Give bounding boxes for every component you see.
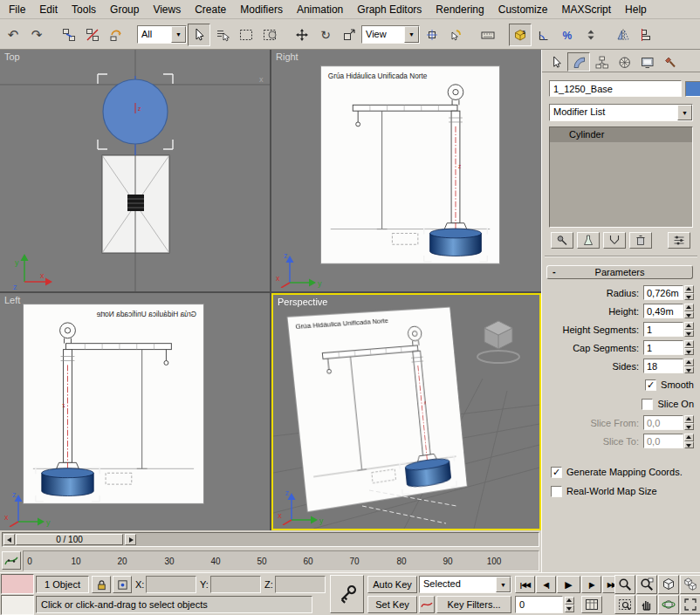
align-button[interactable] — [635, 24, 658, 46]
zoom-extents-all-button[interactable] — [680, 575, 700, 594]
menu-modifiers[interactable]: Modifiers — [233, 1, 290, 18]
select-and-rotate-button[interactable]: ↻ — [314, 24, 337, 46]
modifier-list-dropdown[interactable]: Modifier List ▼ — [549, 104, 693, 121]
min-max-toggle-button[interactable] — [680, 595, 700, 614]
angle-snap-toggle[interactable] — [532, 24, 555, 46]
top-viewport-canvas[interactable]: x z y x z — [0, 50, 270, 291]
zoom-all-button[interactable] — [636, 575, 657, 594]
time-slider-handle[interactable]: 0 / 100 — [16, 534, 123, 545]
generate-mapping-checkbox[interactable]: ✓ — [551, 467, 562, 478]
menu-maxscript[interactable]: MAXScript — [554, 1, 618, 18]
cap-segments-field[interactable] — [643, 340, 683, 355]
pin-stack-button[interactable] — [551, 232, 573, 249]
smooth-checkbox[interactable]: ✓ — [645, 379, 656, 391]
slice-from-spinner[interactable] — [684, 415, 694, 430]
previous-frame-button[interactable]: ◀| — [536, 576, 556, 593]
go-to-start-button[interactable]: |◀◀ — [515, 576, 535, 593]
select-by-name-button[interactable] — [211, 24, 234, 46]
key-filters-button[interactable]: Key Filters... — [436, 596, 511, 613]
keyboard-shortcut-override-toggle[interactable] — [477, 24, 499, 46]
height-field[interactable] — [643, 304, 683, 318]
height-spinner[interactable] — [684, 304, 694, 318]
chevron-down-icon[interactable]: ▼ — [404, 26, 419, 43]
menu-help[interactable]: Help — [618, 1, 654, 18]
mini-curve-editor-button[interactable] — [2, 551, 21, 570]
current-frame-spinner[interactable] — [565, 597, 574, 612]
z-coord-field[interactable] — [275, 576, 326, 593]
maxscript-mini-listener-top[interactable] — [1, 574, 34, 594]
reference-coordinate-system-dropdown[interactable]: View▼ — [361, 25, 420, 44]
menu-graph-editors[interactable]: Graph Editors — [350, 1, 429, 18]
viewport-perspective-active[interactable]: Perspective — [271, 293, 541, 530]
tab-motion[interactable] — [613, 52, 635, 72]
slice-on-checkbox[interactable] — [642, 399, 653, 410]
viewport-perspective-label[interactable]: Perspective — [278, 297, 327, 307]
time-slider-track[interactable]: 0 / 100 — [2, 532, 539, 547]
zoom-extents-button[interactable] — [658, 575, 679, 594]
viewport-top[interactable]: Top x z y x z — [0, 50, 270, 291]
select-and-scale-button[interactable] — [338, 24, 360, 46]
auto-key-button[interactable]: Auto Key — [367, 576, 417, 593]
pan-button[interactable] — [636, 595, 657, 614]
sides-field[interactable] — [643, 359, 683, 373]
make-unique-button[interactable] — [603, 232, 626, 249]
set-key-button[interactable]: Set Key — [367, 596, 417, 613]
select-and-manipulate-button[interactable] — [444, 24, 467, 46]
chevron-down-icon[interactable]: ▼ — [677, 105, 692, 120]
tab-create[interactable] — [545, 52, 567, 72]
menu-views[interactable]: Views — [146, 1, 188, 18]
object-name-field[interactable] — [549, 80, 682, 97]
chevron-down-icon[interactable]: ▼ — [496, 577, 511, 592]
view-navigation-gizmo[interactable] — [470, 316, 527, 366]
select-and-link-button[interactable] — [58, 24, 80, 46]
tab-hierarchy[interactable] — [590, 52, 613, 72]
mirror-button[interactable] — [612, 24, 635, 46]
time-configuration-button[interactable] — [581, 596, 602, 613]
select-object-button[interactable] — [188, 24, 210, 46]
cap-segments-spinner[interactable] — [684, 340, 694, 355]
new-key-default-in-out-toggle[interactable] — [419, 596, 435, 613]
slice-to-field[interactable] — [643, 434, 683, 448]
menu-group[interactable]: Group — [103, 1, 146, 18]
snaps-toggle-button[interactable]: 3 — [509, 24, 532, 46]
bind-to-space-warp-button[interactable] — [105, 24, 127, 46]
play-animation-button[interactable]: ▶ — [557, 576, 580, 593]
menu-customize[interactable]: Customize — [491, 1, 555, 18]
window-crossing-toggle[interactable] — [258, 24, 281, 46]
redo-button[interactable]: ↷ — [25, 24, 48, 46]
object-color-swatch[interactable] — [685, 81, 700, 97]
percent-snap-toggle[interactable]: % — [556, 24, 579, 46]
height-segments-spinner[interactable] — [684, 322, 694, 337]
viewport-right-label[interactable]: Right — [276, 51, 299, 62]
tab-utilities[interactable] — [658, 52, 681, 72]
use-pivot-point-center-button[interactable] — [421, 24, 443, 46]
slice-from-field[interactable] — [643, 415, 683, 430]
stack-item-cylinder[interactable]: Cylinder — [550, 127, 692, 142]
radius-spinner[interactable] — [684, 285, 694, 300]
menu-rendering[interactable]: Rendering — [429, 1, 491, 18]
zoom-region-button[interactable] — [614, 595, 635, 614]
slice-to-spinner[interactable] — [684, 434, 694, 448]
rectangular-selection-region-button[interactable] — [235, 24, 257, 46]
undo-button[interactable]: ↶ — [2, 24, 24, 46]
height-segments-field[interactable] — [643, 322, 683, 337]
time-step-forward-button[interactable] — [125, 534, 136, 545]
key-mode-dropdown[interactable]: Selected ▼ — [419, 576, 511, 593]
spinner-snap-toggle[interactable] — [580, 24, 602, 46]
zoom-button[interactable] — [614, 575, 635, 594]
real-world-checkbox[interactable] — [551, 486, 562, 497]
menu-animation[interactable]: Animation — [290, 1, 350, 18]
sides-spinner[interactable] — [684, 359, 694, 373]
chevron-down-icon[interactable]: ▼ — [171, 26, 186, 43]
viewport-left-label[interactable]: Left — [4, 295, 20, 305]
viewport-top-label[interactable]: Top — [4, 51, 20, 62]
unlink-selection-button[interactable] — [81, 24, 104, 46]
absolute-offset-mode-toggle[interactable] — [113, 576, 132, 593]
select-and-move-button[interactable] — [291, 24, 313, 46]
y-coord-field[interactable] — [210, 576, 261, 593]
tab-modify[interactable] — [567, 52, 590, 72]
track-bar[interactable]: 0 10 20 30 40 50 60 70 80 90 100 — [0, 550, 541, 572]
radius-field[interactable] — [643, 285, 683, 300]
parameters-rollout-header[interactable]: - Parameters — [546, 265, 693, 279]
x-coord-field[interactable] — [146, 576, 196, 593]
